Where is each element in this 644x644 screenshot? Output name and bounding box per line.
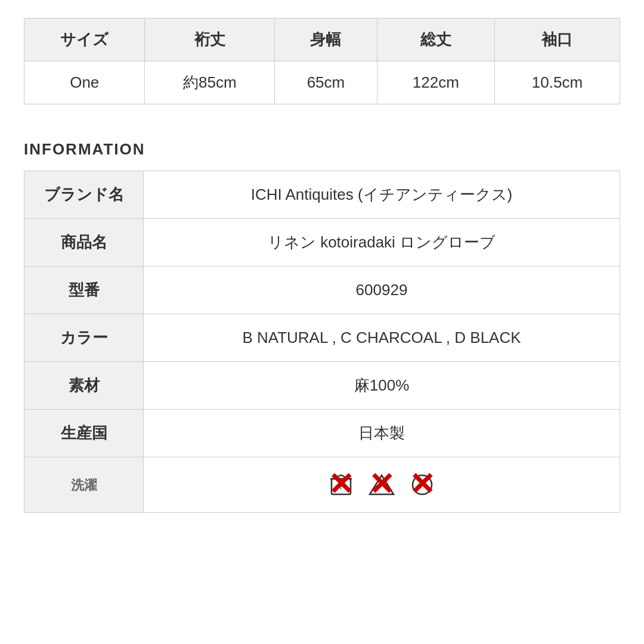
info-label-product: 商品名: [24, 219, 144, 267]
size-table: サイズ 裄丈 身幅 総丈 袖口 One 約85cm 65cm 122cm 10.…: [24, 18, 620, 104]
info-value-care: 手 ✕ ✕: [144, 457, 620, 513]
info-label-care: 洗濯: [24, 457, 144, 513]
info-value-origin: 日本製: [144, 410, 620, 457]
wash-icon-wrap: 手 ✕: [327, 470, 355, 499]
bleach-x-icon: ✕: [369, 469, 395, 500]
cell-total: 122cm: [377, 61, 494, 104]
care-label-text: 洗濯: [71, 478, 97, 493]
info-label-origin: 生産国: [24, 410, 144, 457]
info-row-model: 型番 600929: [24, 267, 620, 314]
section-title: INFORMATION: [24, 140, 620, 159]
col-header-total: 総丈: [377, 18, 494, 61]
info-value-brand: ICHI Antiquites (イチアンティークス): [144, 171, 620, 219]
size-table-row: One 約85cm 65cm 122cm 10.5cm: [24, 61, 620, 104]
col-header-sleeve: 裄丈: [145, 18, 275, 61]
cell-size: One: [24, 61, 145, 104]
bleach-icon-wrap: ✕: [367, 470, 396, 499]
wash-x-icon: ✕: [328, 469, 354, 500]
dryclean-x-icon: ✕: [409, 469, 435, 500]
col-header-cuff: 袖口: [494, 18, 620, 61]
info-value-model: 600929: [144, 267, 620, 314]
information-section: INFORMATION ブランド名 ICHI Antiquites (イチアンテ…: [24, 140, 620, 513]
info-value-product: リネン kotoiradaki ロングローブ: [144, 219, 620, 267]
info-row-origin: 生産国 日本製: [24, 410, 620, 457]
info-label-material: 素材: [24, 362, 144, 410]
info-value-material: 麻100%: [144, 362, 620, 410]
cell-width: 65cm: [275, 61, 377, 104]
info-label-brand: ブランド名: [24, 171, 144, 219]
care-icons: 手 ✕ ✕: [160, 470, 603, 499]
info-row-brand: ブランド名 ICHI Antiquites (イチアンティークス): [24, 171, 620, 219]
info-label-color: カラー: [24, 314, 144, 362]
size-table-section: サイズ 裄丈 身幅 総丈 袖口 One 約85cm 65cm 122cm 10.…: [24, 18, 620, 104]
info-label-model: 型番: [24, 267, 144, 314]
info-value-color: B NATURAL , C CHARCOAL , D BLACK: [144, 314, 620, 362]
col-header-size: サイズ: [24, 18, 145, 61]
info-row-material: 素材 麻100%: [24, 362, 620, 410]
col-header-width: 身幅: [275, 18, 377, 61]
dryclean-icon-wrap: ✕: [408, 470, 436, 499]
info-row-care: 洗濯 手 ✕: [24, 457, 620, 513]
size-table-header-row: サイズ 裄丈 身幅 総丈 袖口: [24, 18, 620, 61]
info-table: ブランド名 ICHI Antiquites (イチアンティークス) 商品名 リネ…: [24, 171, 620, 513]
info-row-color: カラー B NATURAL , C CHARCOAL , D BLACK: [24, 314, 620, 362]
cell-sleeve: 約85cm: [145, 61, 275, 104]
cell-cuff: 10.5cm: [494, 61, 620, 104]
info-row-product: 商品名 リネン kotoiradaki ロングローブ: [24, 219, 620, 267]
